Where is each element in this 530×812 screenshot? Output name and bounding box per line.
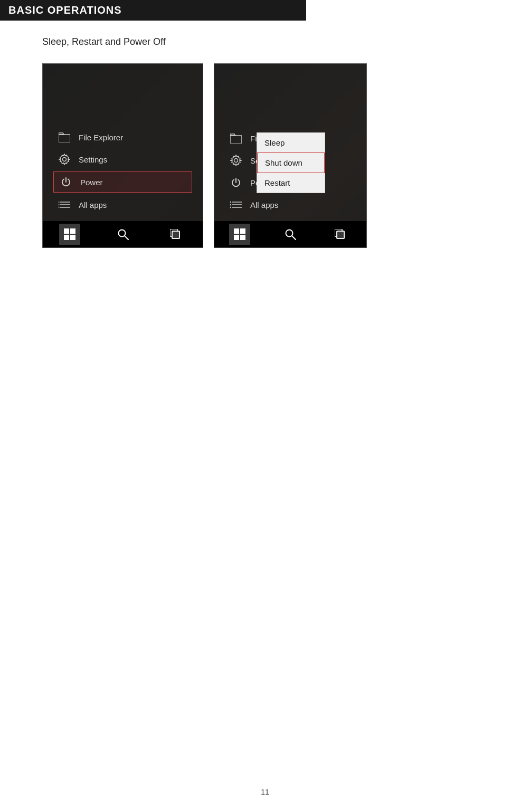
svg-rect-26 xyxy=(240,228,245,234)
restart-option[interactable]: Restart xyxy=(257,173,325,193)
task-view-button-right[interactable] xyxy=(330,224,352,245)
start-button-left[interactable] xyxy=(59,224,80,245)
search-button-left[interactable] xyxy=(112,224,134,245)
menu-item-settings[interactable]: Settings xyxy=(43,148,203,170)
svg-line-13 xyxy=(125,236,128,240)
taskbar-left xyxy=(43,221,203,247)
menu-item-file-explorer[interactable]: File Explorer xyxy=(43,126,203,148)
restart-label: Restart xyxy=(264,178,290,187)
file-explorer-icon xyxy=(59,131,70,143)
start-button-right[interactable] xyxy=(229,224,250,245)
page-title: BASIC OPERATIONS xyxy=(8,4,122,16)
power-submenu: Sleep Shut down Restart xyxy=(257,132,325,193)
svg-point-18 xyxy=(234,159,238,163)
svg-point-23 xyxy=(230,204,231,206)
svg-rect-32 xyxy=(337,231,344,238)
page-number: 11 xyxy=(261,788,269,796)
right-menu-all-apps[interactable]: All apps xyxy=(214,194,366,216)
svg-rect-11 xyxy=(70,235,75,240)
subtitle: Sleep, Restart and Power Off xyxy=(42,36,530,47)
svg-line-30 xyxy=(292,236,296,240)
right-all-apps-icon xyxy=(230,199,242,211)
screenshots-container: File Explorer Settings xyxy=(42,63,488,248)
power-label: Power xyxy=(80,178,103,187)
header-bar: BASIC OPERATIONS xyxy=(0,0,306,21)
right-settings-icon xyxy=(230,155,242,166)
shutdown-option[interactable]: Shut down xyxy=(257,152,325,173)
all-apps-icon xyxy=(59,199,70,211)
start-menu: File Explorer Settings xyxy=(43,64,203,221)
svg-rect-8 xyxy=(64,228,69,234)
svg-rect-0 xyxy=(59,135,70,142)
svg-point-24 xyxy=(230,207,231,208)
sleep-option[interactable]: Sleep xyxy=(257,133,325,152)
svg-rect-10 xyxy=(64,235,69,240)
svg-rect-17 xyxy=(230,136,242,144)
right-file-icon xyxy=(230,132,242,144)
task-view-button-left[interactable] xyxy=(166,224,187,245)
right-power-icon xyxy=(230,177,242,188)
svg-rect-27 xyxy=(234,235,239,240)
right-screenshot: Sleep Shut down Restart Fil xyxy=(214,63,367,248)
settings-icon xyxy=(59,154,70,165)
taskbar-right xyxy=(214,221,366,247)
menu-item-power[interactable]: Power xyxy=(53,171,192,193)
left-screenshot: File Explorer Settings xyxy=(42,63,203,248)
svg-point-5 xyxy=(59,202,60,203)
settings-label: Settings xyxy=(79,155,107,164)
menu-item-all-apps[interactable]: All apps xyxy=(43,194,203,216)
power-icon xyxy=(60,176,72,188)
svg-rect-28 xyxy=(240,235,245,240)
right-all-apps-label: All apps xyxy=(250,200,278,209)
svg-rect-25 xyxy=(234,228,239,234)
svg-point-22 xyxy=(230,202,231,203)
sleep-label: Sleep xyxy=(264,138,285,147)
svg-point-6 xyxy=(59,204,60,206)
svg-point-7 xyxy=(59,207,60,208)
shutdown-label: Shut down xyxy=(265,158,302,167)
file-explorer-label: File Explorer xyxy=(79,133,123,142)
search-button-right[interactable] xyxy=(280,224,301,245)
svg-rect-9 xyxy=(70,228,75,234)
all-apps-label: All apps xyxy=(79,200,107,209)
svg-point-1 xyxy=(63,158,67,161)
svg-rect-15 xyxy=(172,231,179,238)
